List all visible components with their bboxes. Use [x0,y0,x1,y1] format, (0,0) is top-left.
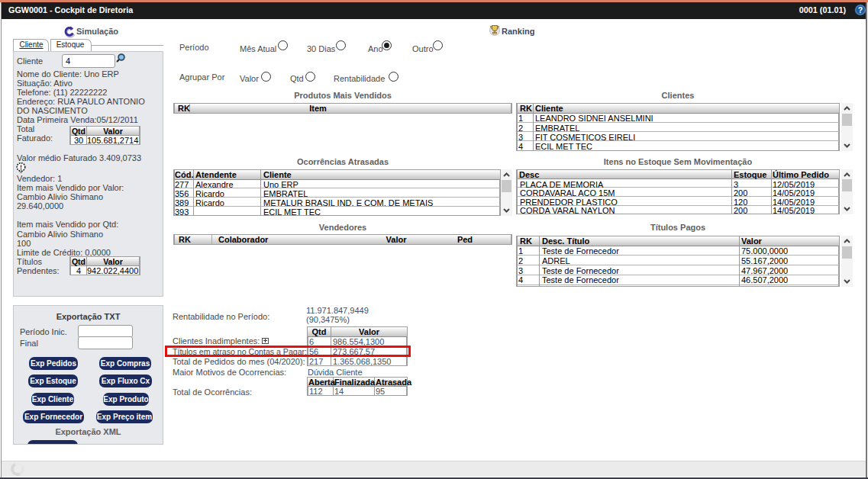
svg-text:?: ? [858,5,863,14]
